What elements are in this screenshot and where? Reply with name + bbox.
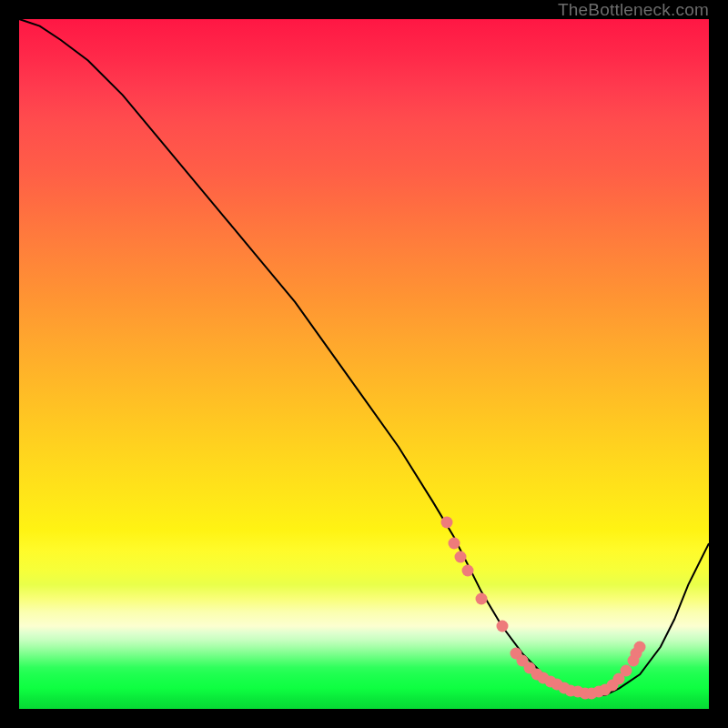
chart-frame: TheBottleneck.com xyxy=(0,0,728,728)
marker-dot xyxy=(475,592,487,604)
marker-dot xyxy=(440,517,452,529)
watermark-text: TheBottleneck.com xyxy=(558,0,709,20)
marker-dot xyxy=(496,621,508,632)
curve-layer xyxy=(19,19,709,709)
plot-area xyxy=(19,19,709,709)
marker-dot xyxy=(455,551,467,563)
marker-dot xyxy=(634,641,646,652)
marker-dot xyxy=(461,565,473,577)
marker-dot xyxy=(448,538,460,550)
marker-dot xyxy=(621,665,632,677)
bottleneck-curve xyxy=(19,19,709,695)
